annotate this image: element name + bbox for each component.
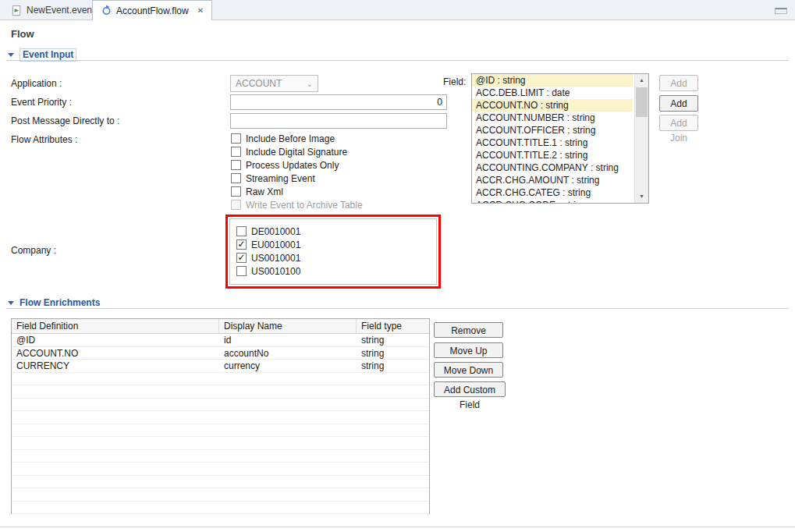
field-list-item[interactable]: ACCOUNT.TITLE.1 : string [472, 137, 633, 149]
checkbox [231, 200, 241, 210]
scrollbar[interactable]: ▲ ▼ [634, 74, 648, 203]
close-icon[interactable]: ✕ [197, 7, 204, 15]
checkbox[interactable] [236, 226, 247, 236]
company-option[interactable]: EU0010001 [236, 238, 436, 251]
checkbox[interactable] [231, 147, 241, 157]
section-separator [6, 308, 789, 309]
add-button[interactable]: Add [659, 75, 698, 91]
company-option-label: US0010001 [251, 253, 300, 264]
event-priority-label: Event Priority : [11, 97, 72, 108]
cell-display-name: accountNo [219, 347, 357, 360]
cell-field-type: string [357, 334, 429, 346]
annotation-highlight-box: DE0010001 EU0010001 US0010001 US0010100 [225, 215, 441, 289]
field-list-item[interactable]: ACCOUNT.NUMBER : string [472, 112, 633, 124]
checkbox[interactable] [231, 160, 241, 170]
enrichments-table: Field Definition Display Name Field type… [11, 318, 430, 514]
checkbox[interactable] [236, 266, 247, 276]
column-header-display-name[interactable]: Display Name [219, 319, 357, 333]
post-message-input[interactable] [230, 113, 447, 129]
checkbox-label: Write Event to Archive Table [246, 200, 363, 211]
table-row-empty [12, 476, 429, 489]
company-checkbox-list: DE0010001 EU0010001 US0010001 US0010100 [229, 218, 437, 285]
checkbox-label: Include Digital Signature [246, 147, 347, 158]
collapse-twistie-icon[interactable] [8, 301, 14, 305]
company-option[interactable]: US0010001 [236, 251, 436, 264]
application-combobox[interactable]: ACCOUNT ⌄ [230, 75, 318, 92]
event-file-icon [11, 5, 23, 16]
cell-field-type: string [357, 347, 429, 360]
checkbox[interactable] [236, 253, 247, 263]
section-title: Event Input [20, 48, 76, 62]
table-row-empty [12, 424, 429, 438]
attr-include-before-image[interactable]: Include Before Image [231, 132, 363, 145]
cell-display-name: currency [219, 360, 357, 372]
table-row-empty [12, 411, 429, 424]
editor-bottom-divider [0, 527, 795, 527]
field-list-item[interactable]: ACC.DEB.LIMIT : date [472, 87, 633, 99]
field-list-item[interactable]: ACCOUNT.TITLE.2 : string [472, 149, 633, 161]
cell-field-definition: CURRENCY [12, 360, 219, 372]
table-row[interactable]: ACCOUNT.NO accountNo string [12, 347, 429, 360]
field-list-item[interactable]: @ID : string [472, 74, 633, 87]
table-row[interactable]: @ID id string [12, 334, 429, 347]
cell-field-type: string [357, 360, 429, 372]
checkbox[interactable] [236, 239, 247, 250]
attr-process-updates-only[interactable]: Process Updates Only [231, 158, 363, 172]
field-list-item[interactable]: ACCOUNTING.COMPANY : string [472, 161, 633, 174]
field-list-item[interactable]: ACCOUNT.NO : string [472, 99, 633, 112]
flow-attributes-label: Flow Attributes : [11, 134, 77, 145]
minimize-icon[interactable] [775, 8, 787, 14]
table-row-empty [12, 502, 429, 515]
event-priority-input[interactable] [230, 94, 447, 110]
table-row-empty [12, 437, 429, 450]
section-separator [6, 60, 789, 61]
collapse-twistie-icon[interactable] [8, 53, 14, 57]
scroll-up-icon[interactable]: ▲ [635, 74, 648, 87]
attr-raw-xml[interactable]: Raw Xml [231, 185, 363, 198]
company-option[interactable]: DE0010001 [236, 225, 436, 238]
field-list-item[interactable]: ACCOUNT.OFFICER : string [472, 124, 633, 137]
attr-include-digital-signature[interactable]: Include Digital Signature [231, 145, 363, 158]
field-list-item[interactable]: ACCR.CHG.AMOUNT : string [472, 174, 633, 186]
add-all-button[interactable]: Add All [659, 95, 698, 112]
field-list-item[interactable]: ACCR.CHG.CATEG : string [472, 186, 633, 199]
section-title: Flow Enrichments [20, 297, 100, 308]
add-custom-field-button[interactable]: Add Custom Field [434, 381, 506, 397]
page-title: Flow [11, 28, 34, 40]
attr-streaming-event[interactable]: Streaming Event [231, 172, 363, 185]
event-input-section-header[interactable]: Event Input [8, 48, 76, 61]
scrollbar-thumb[interactable] [636, 87, 648, 117]
column-header-field-type[interactable]: Field type [357, 319, 429, 333]
table-row-empty [12, 450, 429, 463]
column-header-field-definition[interactable]: Field Definition [12, 319, 219, 333]
editor-tab-bar: NewEvent.event AccountFlow.flow ✕ [0, 0, 795, 20]
cell-display-name: id [219, 334, 357, 346]
flow-enrichments-section-header[interactable]: Flow Enrichments [8, 296, 100, 309]
table-header-row: Field Definition Display Name Field type [12, 319, 429, 334]
tab-newevent[interactable]: NewEvent.event [3, 0, 102, 20]
move-up-button[interactable]: Move Up [434, 342, 503, 358]
move-down-button[interactable]: Move Down [434, 362, 503, 378]
tab-label: AccountFlow.flow [116, 5, 189, 16]
chevron-down-icon: ⌄ [307, 80, 313, 88]
checkbox[interactable] [231, 133, 241, 144]
checkbox-label: Raw Xml [246, 186, 283, 197]
table-row-empty [12, 488, 429, 502]
cell-field-definition: ACCOUNT.NO [12, 347, 219, 360]
company-label: Company : [11, 245, 56, 256]
table-row-empty [12, 463, 429, 476]
add-join-button[interactable]: Add Join [659, 115, 698, 131]
table-row[interactable]: CURRENCY currency string [12, 360, 429, 373]
checkbox-label: Process Updates Only [246, 160, 339, 171]
field-listbox[interactable]: @ID : string ACC.DEB.LIMIT : date ACCOUN… [471, 73, 649, 204]
remove-button[interactable]: Remove [434, 322, 503, 338]
checkbox[interactable] [231, 186, 241, 197]
scroll-down-icon[interactable]: ▼ [635, 190, 648, 203]
table-row-empty [12, 399, 429, 412]
table-row-empty [12, 385, 429, 399]
field-list-item[interactable]: ACCR.CHG.CODE : string [472, 199, 633, 204]
company-option[interactable]: US0010100 [236, 264, 436, 278]
tab-accountflow[interactable]: AccountFlow.flow ✕ [92, 0, 212, 20]
company-option-label: DE0010001 [251, 226, 300, 237]
checkbox[interactable] [231, 173, 241, 183]
